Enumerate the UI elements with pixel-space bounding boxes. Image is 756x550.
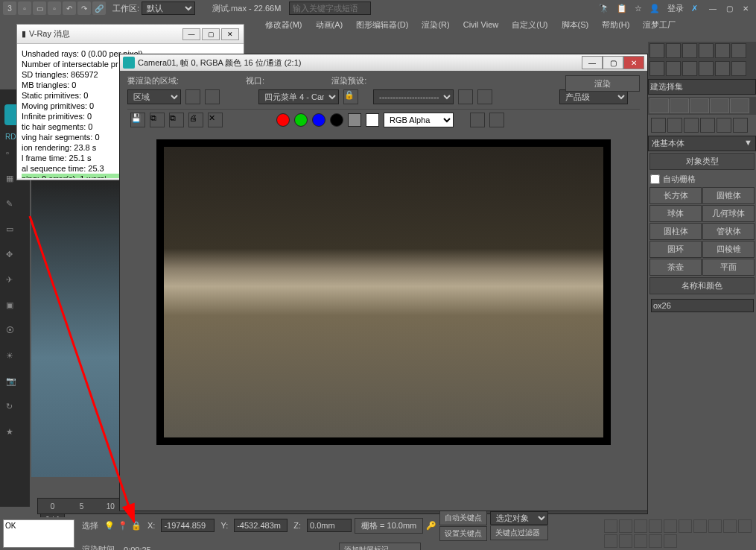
workspace-select[interactable]: 默认 bbox=[142, 1, 195, 15]
render-titlebar[interactable]: Camera01, 帧 0, RGBA 颜色 16 位/通道 (2:1) — ▢… bbox=[120, 54, 647, 71]
star-icon[interactable]: ☆ bbox=[635, 4, 642, 13]
render-maximize-button[interactable]: ▢ bbox=[603, 56, 623, 69]
nav-icon[interactable] bbox=[649, 534, 662, 548]
y-coord-input[interactable] bbox=[234, 519, 288, 532]
vray-titlebar[interactable]: ▮ V-Ray 消息 — ▢ ✕ bbox=[17, 25, 244, 44]
tool-icon[interactable] bbox=[649, 43, 664, 58]
tool-icon[interactable] bbox=[682, 43, 697, 58]
nav-icon[interactable] bbox=[723, 519, 737, 533]
save-img-icon[interactable]: 💾 bbox=[130, 113, 145, 127]
menu-rdf[interactable]: 渲梦工厂 bbox=[638, 17, 680, 33]
search-input[interactable] bbox=[289, 1, 371, 15]
prim-pyramid[interactable]: 四棱锥 bbox=[702, 241, 755, 258]
tool-icon[interactable] bbox=[649, 61, 664, 76]
tool-icon[interactable] bbox=[699, 43, 714, 58]
region-select[interactable]: 区域 bbox=[127, 89, 181, 104]
object-name-input[interactable] bbox=[651, 299, 754, 312]
modify-tab-icon[interactable] bbox=[670, 98, 689, 113]
mono-icon[interactable] bbox=[348, 113, 361, 127]
vray-close-button[interactable]: ✕ bbox=[221, 28, 239, 40]
tool-icon[interactable] bbox=[731, 43, 746, 58]
prim-box[interactable]: 长方体 bbox=[649, 187, 702, 204]
lock-status-icon[interactable]: 🔒 bbox=[131, 521, 142, 531]
tool-icon[interactable] bbox=[715, 61, 730, 76]
copy-icon[interactable]: ⧉ bbox=[150, 113, 165, 127]
tool-icon[interactable] bbox=[715, 43, 730, 58]
save-file-icon[interactable]: ▫ bbox=[48, 1, 61, 15]
white-icon[interactable] bbox=[366, 113, 379, 127]
overlay2-icon[interactable] bbox=[489, 113, 504, 127]
tool-icon[interactable] bbox=[731, 61, 746, 76]
menu-script[interactable]: 脚本(S) bbox=[557, 17, 594, 33]
light-obj-icon[interactable] bbox=[684, 118, 699, 133]
vray-maximize-button[interactable]: ▢ bbox=[202, 28, 220, 40]
next-frame-icon[interactable] bbox=[649, 519, 662, 533]
screen-icon[interactable]: ▭ bbox=[6, 224, 24, 242]
display-tab-icon[interactable] bbox=[730, 98, 749, 113]
user-icon[interactable]: 👤 bbox=[649, 4, 660, 13]
plane-icon[interactable]: ✈ bbox=[6, 275, 24, 293]
light-icon[interactable]: ☀ bbox=[6, 351, 24, 369]
viewport-background[interactable] bbox=[31, 179, 121, 477]
new-file-icon[interactable]: ▫ bbox=[18, 1, 31, 15]
nav-icon[interactable] bbox=[619, 534, 632, 548]
alpha-channel-icon[interactable] bbox=[330, 113, 343, 127]
color-icon[interactable]: ⦿ bbox=[6, 326, 24, 344]
maxscript-listener[interactable]: OK bbox=[3, 519, 74, 548]
region-opt1-icon[interactable] bbox=[185, 89, 200, 104]
create-tab-icon[interactable] bbox=[649, 98, 669, 113]
preset-opt1-icon[interactable] bbox=[458, 89, 473, 104]
binoculars-icon[interactable]: 🔭 bbox=[599, 4, 609, 13]
motion-tab-icon[interactable] bbox=[710, 98, 729, 113]
refresh-icon[interactable]: ↻ bbox=[6, 402, 24, 420]
shape-icon[interactable] bbox=[667, 118, 682, 133]
render-output-image[interactable] bbox=[156, 139, 611, 445]
menu-customize[interactable]: 自定义(U) bbox=[507, 17, 552, 33]
region-opt2-icon[interactable] bbox=[205, 89, 220, 104]
prim-cone[interactable]: 圆锥体 bbox=[702, 187, 755, 204]
space-icon[interactable] bbox=[733, 118, 748, 133]
select-set-dropdown[interactable]: 建选择集 bbox=[648, 79, 756, 95]
prim-teapot[interactable]: 茶壶 bbox=[649, 259, 702, 276]
key-filter-button[interactable]: 关键点过滤器 bbox=[490, 525, 548, 540]
minimize-button[interactable]: — bbox=[705, 2, 720, 14]
nav-icon[interactable] bbox=[708, 519, 722, 533]
menu-graph-editor[interactable]: 图形编辑器(D) bbox=[352, 17, 413, 33]
prim-tube[interactable]: 管状体 bbox=[702, 223, 755, 240]
print-icon[interactable]: 🖨 bbox=[188, 113, 203, 127]
close-button[interactable]: ✕ bbox=[738, 2, 753, 14]
auto-grid-checkbox[interactable] bbox=[650, 174, 660, 184]
nav-icon[interactable] bbox=[664, 534, 677, 548]
vray-minimize-button[interactable]: — bbox=[182, 28, 200, 40]
primitive-set-dropdown[interactable]: 准基本体▼ bbox=[648, 136, 756, 151]
play-icon[interactable] bbox=[634, 519, 647, 533]
z-coord-input[interactable] bbox=[307, 519, 352, 532]
add-time-button[interactable]: 添加时间标记 bbox=[339, 543, 421, 551]
name-color-header[interactable]: 名称和颜色 bbox=[649, 277, 755, 294]
prim-plane[interactable]: 平面 bbox=[702, 259, 755, 276]
camera-icon[interactable]: 📷 bbox=[6, 376, 24, 394]
viewport-select[interactable]: 四元菜单 4 - Can bbox=[258, 89, 339, 104]
nav-icon[interactable] bbox=[738, 519, 752, 533]
helper-icon[interactable] bbox=[717, 118, 731, 133]
green-channel-icon[interactable] bbox=[294, 113, 308, 127]
red-channel-icon[interactable] bbox=[276, 113, 290, 127]
menu-civil-view[interactable]: Civil View bbox=[459, 18, 503, 31]
menu-modifiers[interactable]: 修改器(M) bbox=[261, 17, 307, 33]
x-logo-icon[interactable]: ✗ bbox=[691, 4, 698, 13]
tool-icon[interactable] bbox=[682, 61, 697, 76]
camera-obj-icon[interactable] bbox=[700, 118, 715, 133]
clipboard-icon[interactable]: 📋 bbox=[617, 4, 627, 13]
redo-icon[interactable]: ↷ bbox=[77, 1, 91, 15]
tool-icon[interactable] bbox=[666, 43, 681, 58]
login-label[interactable]: 登录 bbox=[667, 3, 684, 14]
auto-key-button[interactable]: 自动关键点 bbox=[439, 511, 487, 525]
set-key-button[interactable]: 设置关键点 bbox=[439, 526, 487, 541]
tool-icon[interactable] bbox=[666, 61, 681, 76]
prim-cylinder[interactable]: 圆柱体 bbox=[649, 223, 702, 240]
preset-select[interactable]: ------------------------- bbox=[373, 89, 454, 104]
alpha-select[interactable]: RGB Alpha bbox=[384, 113, 454, 127]
menu-render[interactable]: 渲染(R) bbox=[417, 17, 454, 33]
prim-geosphere[interactable]: 几何球体 bbox=[702, 205, 755, 222]
render-close-button[interactable]: ✕ bbox=[623, 56, 644, 69]
